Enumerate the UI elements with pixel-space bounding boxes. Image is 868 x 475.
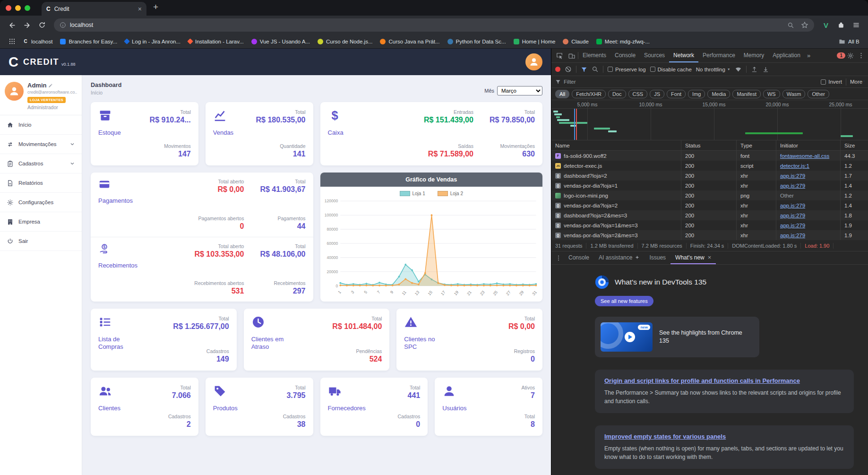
disable-cache-checkbox[interactable]: Disable cache [650, 67, 692, 72]
bookmark-item[interactable]: Meet: mdg-zfwq-... [593, 37, 653, 46]
column-header-type[interactable]: Type [737, 140, 776, 150]
more-filters-button[interactable]: More filters [850, 79, 864, 85]
legend-item[interactable]: Loja 2 [438, 191, 463, 196]
bookmark-item[interactable]: Claude [559, 37, 592, 46]
request-initiator-link[interactable]: app.js:279 [780, 203, 805, 208]
filter-chip[interactable]: Doc [608, 90, 626, 98]
filter-chip[interactable]: Img [688, 90, 705, 98]
video-thumbnail[interactable]: new [601, 322, 653, 352]
column-header-size[interactable]: Size [841, 140, 868, 150]
filter-chip[interactable]: Fetch/XHR [572, 90, 606, 98]
request-initiator-link[interactable]: fontawesome-all.css [780, 153, 829, 159]
search-network-icon[interactable] [592, 66, 599, 73]
close-window-button[interactable] [6, 5, 11, 11]
url-bar[interactable]: localhost [54, 18, 814, 32]
drawer-tab[interactable]: AI assistance [594, 251, 645, 264]
menu-icon[interactable] [849, 18, 863, 32]
clear-network-log-icon[interactable] [565, 66, 572, 73]
reload-button[interactable] [35, 18, 49, 32]
throttling-select[interactable]: No throttling▼ [696, 67, 730, 72]
site-info-icon[interactable] [60, 22, 66, 28]
devtools-tab[interactable]: Elements [578, 49, 610, 62]
devtools-tab[interactable]: Application [768, 49, 805, 62]
play-icon[interactable] [625, 332, 635, 342]
sidebar-item[interactable]: Configurações [0, 193, 82, 212]
drawer-tab[interactable]: Console [564, 251, 594, 264]
filter-chip[interactable]: Wasm [782, 90, 806, 98]
filter-chip[interactable]: Font [667, 90, 686, 98]
filter-chip[interactable]: Other [808, 90, 829, 98]
tab-close-icon[interactable]: × [138, 6, 142, 12]
bookmark-item[interactable]: Branches for Easy... [56, 37, 121, 46]
devtools-tab[interactable]: Performance [698, 49, 739, 62]
request-initiator-link[interactable]: app.js:279 [780, 183, 805, 189]
export-har-icon[interactable] [762, 66, 769, 73]
request-initiator-link[interactable]: app.js:279 [780, 213, 805, 218]
filter-chip[interactable]: All [555, 90, 569, 98]
request-row[interactable]: dashboard?loja=2 200 xhr app.js:279 1.7 [551, 171, 868, 181]
import-har-icon[interactable] [751, 66, 758, 73]
see-all-features-button[interactable]: See all new features [595, 296, 653, 306]
record-network-log-button[interactable] [555, 67, 560, 72]
edit-profile-icon[interactable] [48, 83, 53, 88]
legend-item[interactable]: Loja 1 [400, 191, 425, 196]
sidebar-item[interactable]: Início [0, 115, 82, 135]
back-button[interactable] [5, 18, 19, 32]
device-toolbar-icon[interactable] [566, 50, 578, 62]
devtools-tab[interactable]: Memory [739, 49, 768, 62]
all-bookmarks-button[interactable]: All B [839, 38, 863, 45]
request-initiator-link[interactable]: detector.js:1 [780, 163, 809, 169]
column-header-status[interactable]: Status [681, 140, 737, 150]
bookmark-item[interactable]: Log in - Jira Anron... [121, 37, 184, 46]
column-header-name[interactable]: Name [551, 140, 681, 150]
request-row[interactable]: vendas-por-dia?loja=1 200 xhr app.js:279… [551, 181, 868, 190]
more-tabs-icon[interactable]: » [805, 52, 813, 59]
network-conditions-icon[interactable] [735, 66, 742, 73]
bookmark-item[interactable]: Curso de Node.js... [314, 37, 376, 46]
filter-toggle-icon[interactable] [581, 66, 587, 73]
column-header-initiator[interactable]: Initiator [776, 140, 841, 150]
sidebar-item[interactable]: Empresa [0, 212, 82, 232]
filter-chip[interactable]: CSS [628, 90, 648, 98]
request-row[interactable]: fa-solid-900.woff2 200 font fontawesome-… [551, 151, 868, 161]
header-avatar[interactable] [525, 53, 542, 70]
article-title-link[interactable]: Origin and script links for profile and … [604, 377, 800, 384]
preserve-log-checkbox[interactable]: Preserve log [608, 67, 646, 72]
sidebar-item[interactable]: Movimentações [0, 135, 82, 154]
bookmark-item[interactable]: C localhost [19, 37, 56, 46]
request-row[interactable]: vendas-por-dia?loja=2 200 xhr app.js:279… [551, 200, 868, 210]
new-tab-button[interactable]: + [153, 2, 158, 12]
request-row[interactable]: vendas-por-dia?loja=2&mes=3 200 xhr app.… [551, 230, 868, 240]
devtools-settings-gear-icon[interactable] [845, 51, 856, 61]
request-initiator-link[interactable]: app.js:279 [780, 173, 805, 179]
forward-button[interactable] [20, 18, 34, 32]
filter-chip[interactable]: WS [763, 90, 780, 98]
devtools-tab[interactable]: Sources [640, 49, 669, 62]
month-select[interactable]: Março [497, 86, 542, 95]
devtools-tab[interactable]: Network [669, 49, 698, 62]
bookmark-item[interactable]: Installation - Larav... [184, 37, 248, 46]
drawer-tab[interactable]: Issues [645, 251, 670, 264]
extensions-icon[interactable] [834, 18, 848, 32]
close-tab-icon[interactable]: × [708, 254, 712, 261]
drawer-tab[interactable]: What's new × [670, 251, 716, 264]
filter-chip[interactable]: Manifest [732, 90, 761, 98]
sidebar-item[interactable]: Relatórios [0, 173, 82, 193]
filter-chip[interactable]: Media [707, 90, 730, 98]
bookmark-star-icon[interactable] [801, 21, 808, 29]
error-count-badge[interactable]: 1 [837, 52, 845, 59]
invert-checkbox[interactable]: Invert [821, 79, 842, 85]
bookmark-item[interactable]: Home | Home [510, 37, 559, 46]
request-row[interactable]: detector-exec.js 200 script detector.js:… [551, 161, 868, 171]
vue-extension-icon[interactable]: V [819, 18, 833, 32]
request-row[interactable]: vendas-por-dia?loja=1&mes=3 200 xhr app.… [551, 220, 868, 230]
tab-credit[interactable]: C Credit × [42, 2, 146, 16]
highlight-card[interactable]: new See the highlights from Chrome 135 [595, 317, 759, 357]
request-initiator-link[interactable]: app.js:279 [780, 233, 805, 238]
request-row[interactable]: logo-icon-mini.png 200 png Other 1.2 [551, 190, 868, 200]
bookmark-item[interactable]: Vue JS - Usando A... [248, 37, 314, 46]
zoom-icon[interactable] [787, 22, 794, 29]
bookmark-item[interactable]: Curso Java na Prát... [376, 37, 443, 46]
minimize-window-button[interactable] [15, 5, 21, 11]
article-title-link[interactable]: Improved empty states for various panels [604, 433, 726, 440]
